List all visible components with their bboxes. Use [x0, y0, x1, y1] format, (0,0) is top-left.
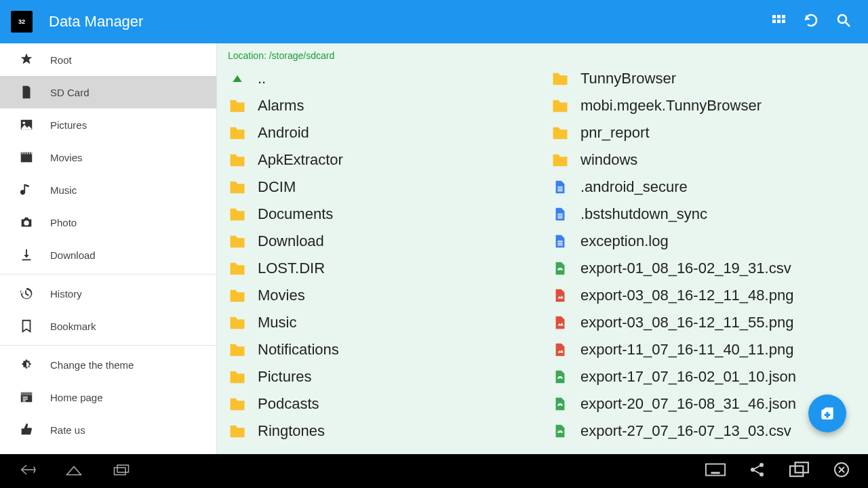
sidebar-item-label: Movies: [50, 152, 83, 163]
document-icon: [553, 232, 568, 250]
file-entry[interactable]: Movies: [222, 282, 545, 309]
folder-icon: [551, 69, 570, 88]
fab-new[interactable]: [808, 394, 846, 432]
recent-apps-button[interactable]: [111, 462, 132, 481]
file-entry[interactable]: windows: [545, 146, 868, 174]
svg-rect-14: [825, 414, 831, 416]
file-name: export-27_07_16-07_13_03.csv: [580, 422, 791, 440]
close-button[interactable]: [831, 462, 852, 481]
file-name: export-03_08_16-12_11_55.png: [580, 314, 793, 331]
sidebar-item-music[interactable]: Music: [0, 174, 216, 206]
sidebar-item-home-page[interactable]: Home page: [0, 381, 216, 413]
svg-rect-1: [777, 15, 781, 18]
folder-icon: [228, 150, 247, 169]
sidebar-item-label: Download: [50, 249, 96, 261]
file-name: Alarms: [258, 97, 304, 115]
home-button[interactable]: [64, 462, 84, 481]
svg-point-6: [838, 15, 846, 23]
folder-icon: [551, 123, 570, 142]
folder-icon: [228, 232, 247, 251]
file-entry[interactable]: export-17_07_16-02_01_10.json: [545, 363, 868, 390]
data-file-icon: [553, 422, 568, 440]
svg-line-32: [754, 466, 760, 469]
file-entry[interactable]: Alarms: [222, 92, 545, 119]
sidebar-item-sd-card[interactable]: SD Card: [0, 76, 216, 108]
sidebar-item-label: Root: [50, 54, 72, 66]
file-entry[interactable]: DCIM: [222, 174, 545, 201]
keyboard-button[interactable]: [705, 462, 726, 481]
file-entry[interactable]: pnr_report: [545, 119, 868, 146]
folder-icon: [551, 150, 570, 169]
file-name: Pictures: [258, 368, 311, 386]
folder-icon: [228, 205, 247, 224]
file-entry[interactable]: LOST.DIR: [222, 255, 545, 282]
svg-rect-2: [782, 15, 785, 18]
file-entry[interactable]: .android_secure: [545, 174, 868, 201]
svg-point-11: [559, 432, 561, 434]
sidebar-item-download[interactable]: Download: [0, 239, 216, 271]
file-name: export-17_07_16-02_01_10.json: [580, 368, 796, 386]
sidebar-item-history[interactable]: History: [0, 277, 216, 310]
file-entry[interactable]: Ringtones: [222, 418, 545, 445]
sidebar-item-pictures[interactable]: Pictures: [0, 108, 216, 141]
svg-line-7: [846, 22, 850, 26]
file-entry[interactable]: .bstshutdown_sync: [545, 201, 868, 228]
file-name: DCIM: [258, 178, 296, 196]
sidebar-item-label: Music: [50, 184, 77, 196]
file-entry[interactable]: export-03_08_16-12_11_48.png: [545, 282, 868, 309]
thumb-icon: [19, 422, 34, 437]
file-name: Download: [258, 232, 324, 250]
sidebar-item-label: History: [50, 288, 82, 300]
refresh-button[interactable]: [803, 12, 819, 31]
app-title: Data Manager: [49, 13, 770, 30]
parent-dir[interactable]: ..: [222, 65, 545, 92]
sidebar-item-movies[interactable]: Movies: [0, 141, 216, 174]
search-button[interactable]: [835, 12, 852, 31]
file-entry[interactable]: TunnyBrowser: [545, 65, 868, 92]
file-entry[interactable]: Notifications: [222, 336, 545, 363]
svg-point-10: [559, 405, 561, 407]
sd-icon: [19, 85, 34, 100]
file-name: Notifications: [258, 341, 339, 359]
sidebar-item-label: Home page: [50, 392, 103, 403]
sidebar-item-label: Rate us: [50, 424, 85, 436]
grid-view-button[interactable]: [770, 12, 787, 31]
fullscreen-button[interactable]: [789, 462, 810, 481]
sidebar-item-root[interactable]: Root: [0, 43, 216, 76]
location-label: Location: /storage/sdcard: [217, 43, 868, 65]
file-entry[interactable]: Android: [222, 119, 545, 146]
file-entry[interactable]: export-01_08_16-02_19_31.csv: [545, 255, 868, 282]
file-entry[interactable]: Music: [222, 309, 545, 336]
file-entry[interactable]: export-03_08_16-12_11_55.png: [545, 309, 868, 336]
up-icon: [229, 72, 245, 85]
file-name: export-03_08_16-12_11_48.png: [580, 287, 793, 304]
sidebar-item-rate-us[interactable]: Rate us: [0, 413, 216, 446]
file-entry[interactable]: ApkExtractor: [222, 146, 545, 174]
image-icon: [19, 117, 34, 132]
file-entry[interactable]: Download: [222, 228, 545, 255]
folder-icon: [228, 367, 247, 386]
file-name: Podcasts: [258, 395, 319, 413]
sidebar-item-label: Photo: [50, 217, 77, 228]
svg-rect-16: [117, 465, 129, 472]
sidebar-item-change-the-theme[interactable]: Change the theme: [0, 348, 216, 381]
file-entry[interactable]: mobi.mgeek.TunnyBrowser: [545, 92, 868, 119]
file-name: export-11_07_16-11_40_11.png: [580, 341, 793, 359]
back-button[interactable]: [16, 462, 37, 481]
file-name: windows: [580, 151, 637, 169]
app-icon[interactable]: 32: [11, 11, 33, 33]
folder-icon: [228, 313, 247, 332]
file-entry[interactable]: Podcasts: [222, 390, 545, 418]
file-entry[interactable]: exception.log: [545, 228, 868, 255]
file-name: Music: [258, 314, 296, 331]
share-button[interactable]: [747, 462, 768, 481]
file-entry[interactable]: Documents: [222, 201, 545, 228]
note-icon: [19, 182, 34, 197]
sidebar-item-photo[interactable]: Photo: [0, 206, 216, 239]
file-entry[interactable]: Pictures: [222, 363, 545, 390]
file-entry[interactable]: export-11_07_16-11_40_11.png: [545, 336, 868, 363]
file-name: TunnyBrowser: [580, 70, 676, 87]
camera-icon: [19, 215, 34, 230]
sidebar-item-bookmark[interactable]: Bookmark: [0, 310, 216, 342]
folder-icon: [551, 96, 570, 115]
